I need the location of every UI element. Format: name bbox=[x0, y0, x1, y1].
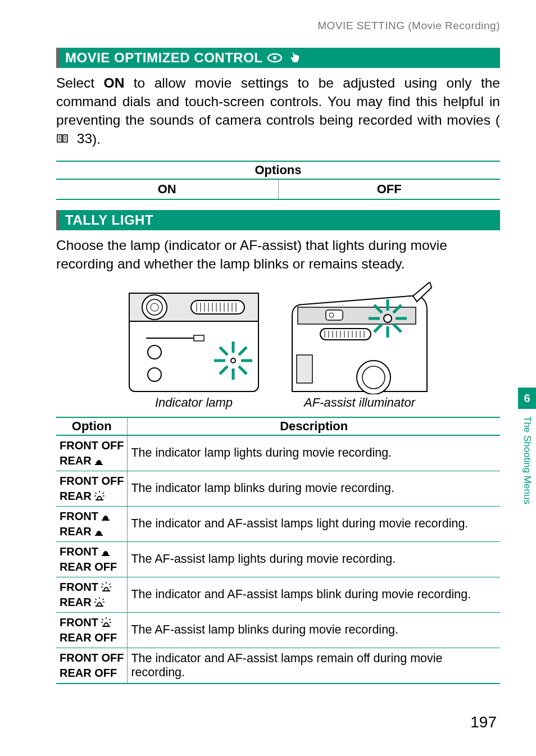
svg-rect-26 bbox=[194, 335, 204, 341]
section2-body: Choose the lamp (indicator or AF-assist)… bbox=[56, 236, 500, 273]
svg-line-90 bbox=[102, 619, 103, 620]
svg-line-84 bbox=[95, 599, 97, 600]
section-header-movie-optimized-control: MOVIE OPTIMIZED CONTROL bbox=[56, 48, 500, 68]
options-header: Options bbox=[56, 161, 500, 179]
col-option: Option bbox=[56, 417, 128, 435]
figure-caption: AF-assist illuminator bbox=[287, 395, 433, 410]
svg-line-69 bbox=[95, 493, 97, 494]
eye-icon bbox=[267, 52, 284, 63]
table-row: FRONTREARThe indicator and AF-assist lam… bbox=[56, 506, 500, 541]
rear-label: REAR bbox=[60, 524, 92, 539]
svg-point-27 bbox=[148, 345, 161, 359]
lamp-steady-icon bbox=[94, 526, 104, 536]
body-pre: Select bbox=[56, 75, 104, 90]
lamp-blink-icon bbox=[94, 491, 105, 501]
option-on: ON bbox=[56, 179, 278, 199]
touch-icon bbox=[289, 52, 300, 64]
description-cell: The AF-assist lamp blinks during movie r… bbox=[128, 612, 500, 648]
front-label: FRONT bbox=[60, 580, 98, 595]
table-row: FRONTREAR OFFThe AF-assist lamp blinks d… bbox=[56, 612, 500, 648]
description-cell: The AF-assist lamp lights during movie r… bbox=[128, 541, 500, 577]
option-cell: FRONTREAR OFF bbox=[56, 541, 128, 577]
page-reference: 33 bbox=[56, 129, 92, 148]
front-label: FRONT OFF bbox=[60, 650, 124, 666]
option-cell: FRONTREAR bbox=[56, 577, 128, 612]
body-bold: ON bbox=[104, 75, 125, 90]
lamp-blink-icon bbox=[94, 597, 105, 607]
option-cell: FRONT OFFREAR bbox=[56, 435, 128, 471]
front-label: FRONT bbox=[60, 544, 98, 559]
description-cell: The indicator lamp lights during movie r… bbox=[128, 435, 500, 471]
page-reference-number: 33 bbox=[77, 129, 92, 148]
svg-rect-13 bbox=[191, 300, 244, 314]
table-row: FRONTREARThe indicator and AF-assist lam… bbox=[56, 577, 500, 612]
page-number: 197 bbox=[470, 713, 497, 731]
front-label: FRONT OFF bbox=[60, 473, 124, 489]
front-label: FRONT bbox=[60, 615, 98, 630]
table-row: FRONT OFFREARThe indicator lamp lights d… bbox=[56, 435, 500, 471]
rear-label: REAR OFF bbox=[60, 630, 117, 645]
lamp-steady-icon bbox=[101, 511, 111, 521]
option-cell: FRONTREAR OFF bbox=[56, 612, 128, 648]
description-cell: The indicator and AF-assist lamps remain… bbox=[128, 648, 500, 684]
section1-body: Select ON to allow movie settings to be … bbox=[56, 74, 500, 148]
tally-light-table: Option Description FRONT OFFREARThe indi… bbox=[56, 417, 500, 684]
figure-caption: Indicator lamp bbox=[124, 395, 264, 410]
svg-point-53 bbox=[357, 361, 390, 394]
lamp-blink-icon bbox=[101, 582, 112, 592]
rear-label: REAR bbox=[60, 489, 92, 504]
breadcrumb: MOVIE SETTING (Movie Recording) bbox=[56, 20, 500, 32]
svg-point-56 bbox=[384, 315, 392, 322]
front-label: FRONT bbox=[60, 509, 98, 524]
col-description: Description bbox=[128, 417, 500, 435]
rear-label: REAR OFF bbox=[60, 559, 117, 575]
section-title: MOVIE OPTIMIZED CONTROL bbox=[65, 50, 263, 66]
rear-label: REAR bbox=[60, 595, 92, 610]
section-header-tally-light: TALLY LIGHT bbox=[56, 210, 500, 230]
svg-point-1 bbox=[273, 56, 276, 60]
svg-point-29 bbox=[231, 358, 235, 363]
svg-line-78 bbox=[102, 584, 103, 585]
option-cell: FRONT OFFREAR OFF bbox=[56, 648, 128, 684]
lamp-steady-icon bbox=[101, 546, 111, 557]
table-row: FRONT OFFREARThe indicator lamp blinks d… bbox=[56, 471, 500, 506]
body-tail: ). bbox=[92, 131, 101, 147]
svg-rect-39 bbox=[326, 310, 343, 320]
book-icon bbox=[56, 134, 69, 144]
description-cell: The indicator and AF-assist lamps light … bbox=[128, 506, 500, 541]
camera-rear-illustration bbox=[124, 282, 264, 394]
svg-line-70 bbox=[102, 493, 104, 494]
table-row: FRONTREAR OFFThe AF-assist lamp lights d… bbox=[56, 541, 500, 577]
svg-line-85 bbox=[102, 599, 104, 600]
table-row: FRONT OFFREAR OFFThe indicator and AF-as… bbox=[56, 648, 500, 684]
lamp-steady-icon bbox=[94, 456, 104, 466]
figure-indicator-lamp: Indicator lamp bbox=[124, 282, 264, 410]
rear-label: REAR OFF bbox=[60, 666, 117, 681]
chapter-label: The Shooting Menus bbox=[518, 413, 536, 559]
svg-rect-55 bbox=[297, 355, 312, 383]
description-cell: The indicator lamp blinks during movie r… bbox=[128, 471, 500, 506]
description-cell: The indicator and AF-assist lamps blink … bbox=[128, 577, 500, 612]
figure-af-assist: AF-assist illuminator bbox=[287, 282, 433, 410]
camera-front-illustration bbox=[287, 282, 433, 394]
svg-line-79 bbox=[109, 584, 111, 585]
lamp-blink-icon bbox=[101, 617, 112, 627]
option-off: OFF bbox=[278, 179, 500, 199]
chapter-tab: 6 bbox=[518, 388, 536, 409]
front-label: FRONT OFF bbox=[60, 438, 124, 453]
rear-label: REAR bbox=[60, 453, 92, 468]
option-cell: FRONT OFFREAR bbox=[56, 471, 128, 506]
options-table: Options ON OFF bbox=[56, 161, 500, 200]
section-title: TALLY LIGHT bbox=[65, 212, 153, 228]
option-cell: FRONTREAR bbox=[56, 506, 128, 541]
svg-line-91 bbox=[109, 619, 111, 620]
svg-rect-41 bbox=[320, 329, 371, 340]
svg-point-12 bbox=[151, 303, 158, 311]
svg-point-28 bbox=[148, 368, 161, 381]
figure-row: Indicator lamp bbox=[56, 282, 500, 410]
